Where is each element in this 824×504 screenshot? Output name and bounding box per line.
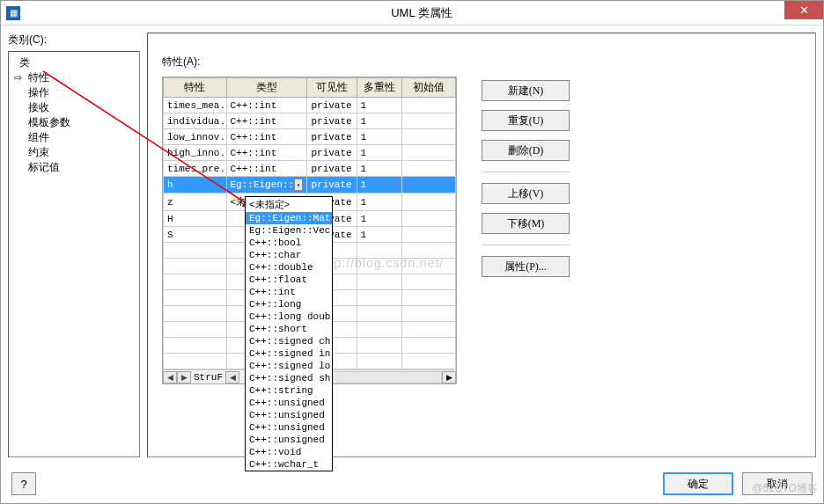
category-tree[interactable]: 类特性操作接收模板参数组件约束标记值 — [8, 51, 140, 457]
table-cell[interactable]: 1 — [357, 145, 401, 161]
new-button[interactable]: 新建(N) — [482, 80, 570, 101]
close-button[interactable]: ✕ — [784, 1, 823, 19]
title-bar: ▦ UML 类属性 ✕ — [1, 1, 823, 26]
column-header[interactable]: 多重性 — [357, 78, 401, 98]
type-dropdown[interactable]: <未指定>Eg::Eigen::MatEg::Eigen::VecC++::bo… — [245, 196, 333, 471]
tree-item[interactable]: 模板参数 — [11, 115, 137, 130]
table-cell[interactable]: individua... — [164, 113, 227, 129]
table-cell[interactable]: 1 — [357, 211, 401, 227]
table-cell[interactable] — [401, 211, 455, 227]
table-cell[interactable] — [401, 113, 455, 129]
move-down-button[interactable]: 下移(M) — [482, 213, 570, 234]
dropdown-item[interactable]: C++::unsigned — [246, 397, 332, 409]
dropdown-item[interactable]: C++::signed sh — [246, 372, 332, 384]
table-cell[interactable]: private — [307, 161, 357, 177]
cancel-button[interactable]: 取消 — [742, 472, 813, 495]
help-button[interactable]: ? — [11, 472, 36, 495]
ok-button[interactable]: 确定 — [663, 472, 733, 495]
table-row[interactable]: low_innov...C++::intprivate1 — [164, 129, 456, 145]
table-cell[interactable] — [401, 129, 455, 145]
table-row[interactable]: individua...C++::intprivate1 — [164, 113, 456, 129]
table-cell[interactable]: C++::int — [226, 129, 307, 145]
move-up-button[interactable]: 上移(V) — [482, 183, 570, 204]
dropdown-item[interactable]: C++::double — [246, 261, 332, 274]
table-cell[interactable]: low_innov... — [164, 129, 227, 145]
column-header[interactable]: 特性 — [164, 78, 227, 98]
dropdown-item[interactable]: C++::string — [246, 384, 332, 397]
table-cell[interactable] — [401, 227, 455, 243]
properties-button[interactable]: 属性(P)... — [482, 256, 570, 277]
tree-item[interactable]: 标记值 — [11, 160, 137, 175]
table-cell[interactable]: times_pre... — [164, 161, 227, 177]
tree-item[interactable]: 接收 — [11, 100, 137, 115]
table-cell[interactable] — [401, 177, 455, 194]
column-header[interactable]: 可见性 — [307, 78, 357, 98]
table-cell[interactable]: C++::int — [226, 161, 307, 177]
table-cell[interactable]: h — [164, 177, 227, 194]
table-cell[interactable]: 1 — [357, 98, 401, 113]
dropdown-item[interactable]: C++::unsigned — [246, 434, 332, 446]
dropdown-item[interactable]: C++::signed in — [246, 347, 332, 360]
dropdown-item[interactable]: Eg::Eigen::Mat — [246, 212, 332, 224]
dropdown-item[interactable]: C++::wchar_t — [246, 458, 332, 471]
column-header[interactable]: 类型 — [226, 78, 307, 98]
delete-button[interactable]: 删除(D) — [482, 140, 570, 161]
dropdown-item[interactable]: <未指定> — [246, 197, 332, 212]
scroll-left-icon[interactable]: ◀ — [225, 371, 239, 383]
table-cell[interactable]: H — [164, 211, 227, 227]
table-cell[interactable]: S — [164, 227, 227, 243]
table-cell[interactable]: 1 — [357, 113, 401, 129]
table-cell[interactable]: private — [307, 177, 357, 194]
table-cell[interactable]: 1 — [357, 227, 401, 243]
duplicate-button[interactable]: 重复(U) — [482, 110, 570, 131]
dropdown-item[interactable]: C++::short — [246, 323, 332, 335]
table-cell[interactable] — [401, 145, 455, 161]
table-row[interactable]: high_inno...C++::intprivate1 — [164, 145, 456, 161]
dropdown-item[interactable]: C++::int — [246, 286, 332, 298]
table-cell[interactable] — [401, 161, 455, 177]
scroll-right-icon[interactable]: ▶ — [442, 371, 456, 383]
table-row[interactable]: hEg::Eigen::▾private1 — [164, 177, 456, 194]
tree-item[interactable]: 类 — [11, 55, 137, 70]
table-cell[interactable]: C++::int — [226, 98, 307, 113]
dropdown-item[interactable]: C++::void — [246, 446, 332, 458]
dropdown-item[interactable]: C++::long — [246, 298, 332, 310]
dropdown-item[interactable]: C++::unsigned — [246, 421, 332, 434]
table-cell[interactable] — [401, 98, 455, 113]
dialog-window: ▦ UML 类属性 ✕ 类别(C): 类特性操作接收模板参数组件约束标记值 特性… — [0, 0, 824, 504]
tree-item[interactable]: 操作 — [11, 85, 137, 100]
table-cell[interactable]: 1 — [357, 129, 401, 145]
table-cell[interactable]: private — [307, 98, 357, 113]
table-cell[interactable]: z — [164, 194, 227, 211]
table-cell[interactable]: C++::int — [226, 113, 307, 129]
dropdown-item[interactable]: Eg::Eigen::Vec — [246, 224, 332, 237]
table-cell[interactable]: private — [307, 129, 357, 145]
table-cell[interactable]: high_inno... — [164, 145, 227, 161]
table-row[interactable]: times_pre...C++::intprivate1 — [164, 161, 456, 177]
dropdown-item[interactable]: C++::signed ch — [246, 335, 332, 347]
dropdown-arrow-icon[interactable]: ▾ — [294, 179, 303, 191]
column-header[interactable]: 初始值 — [401, 78, 455, 98]
table-row[interactable]: times_mea...C++::intprivate1 — [164, 98, 456, 113]
table-cell[interactable]: Eg::Eigen::▾ — [226, 177, 307, 194]
dropdown-item[interactable]: C++::long doub — [246, 310, 332, 323]
table-cell[interactable]: private — [307, 145, 357, 161]
dropdown-item[interactable]: C++::signed lo — [246, 360, 332, 372]
tree-item[interactable]: 特性 — [11, 70, 137, 85]
dropdown-item[interactable]: C++::bool — [246, 237, 332, 249]
tree-item[interactable]: 组件 — [11, 130, 137, 145]
dropdown-item[interactable]: C++::unsigned — [246, 409, 332, 421]
table-cell[interactable] — [401, 194, 455, 211]
table-cell[interactable]: 1 — [357, 194, 401, 211]
dropdown-item[interactable]: C++::char — [246, 249, 332, 261]
dropdown-item[interactable]: C++::float — [246, 274, 332, 286]
tree-item[interactable]: 约束 — [11, 145, 137, 160]
scroll-prev-icon[interactable]: ◀ — [163, 371, 177, 383]
table-cell[interactable]: C++::int — [226, 145, 307, 161]
table-cell[interactable]: 1 — [357, 177, 401, 194]
window-title: UML 类属性 — [20, 5, 823, 21]
scroll-next-icon[interactable]: ▶ — [177, 371, 191, 383]
table-cell[interactable]: 1 — [357, 161, 401, 177]
table-cell[interactable]: private — [307, 113, 357, 129]
table-cell[interactable]: times_mea... — [164, 98, 227, 113]
